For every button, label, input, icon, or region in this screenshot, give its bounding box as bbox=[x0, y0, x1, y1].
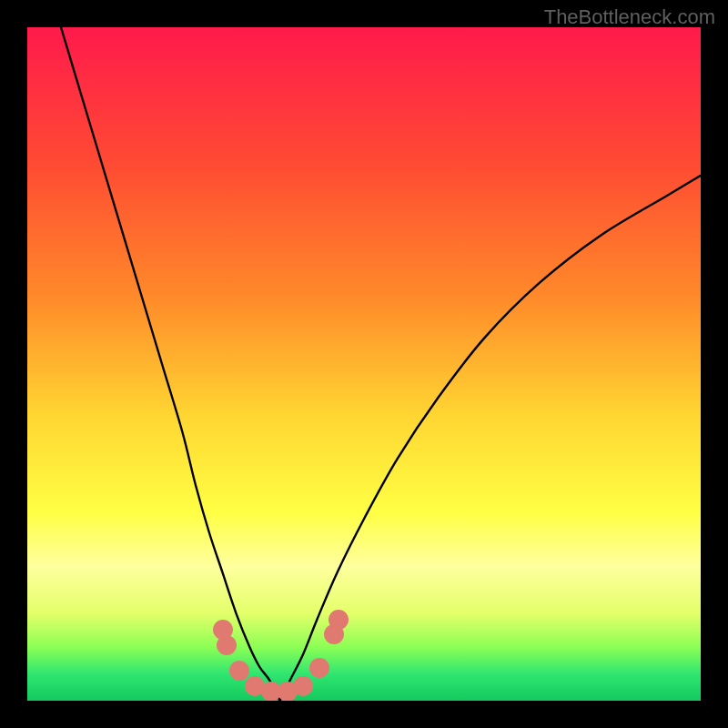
marker-dot bbox=[229, 661, 249, 681]
marker-dot bbox=[217, 635, 237, 655]
marker-dot bbox=[309, 658, 329, 678]
plot-area bbox=[27, 27, 701, 701]
marker-layer bbox=[27, 27, 701, 701]
watermark-text: TheBottleneck.com bbox=[544, 5, 715, 29]
marker-dot bbox=[329, 610, 349, 630]
chart-frame: TheBottleneck.com bbox=[0, 0, 728, 728]
marker-dot bbox=[293, 676, 313, 696]
